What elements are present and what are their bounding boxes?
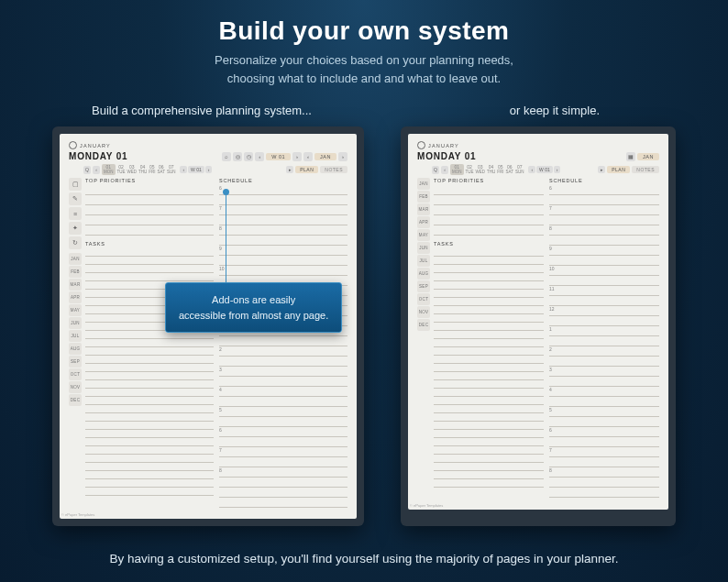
day-07[interactable]: 07SUN	[515, 165, 524, 174]
task-line[interactable]	[434, 430, 544, 438]
schedule-line[interactable]	[219, 437, 347, 447]
month-tab-may[interactable]: MAY	[417, 229, 430, 241]
home-icon[interactable]	[417, 141, 425, 149]
day-01[interactable]: 01MON	[450, 164, 464, 175]
priority-line[interactable]	[85, 225, 214, 236]
task-line[interactable]	[434, 397, 544, 405]
day-06[interactable]: 06SAT	[506, 165, 513, 174]
clock-icon[interactable]: ◷	[244, 152, 253, 161]
week-pill[interactable]: W 01	[266, 153, 291, 160]
task-line[interactable]	[434, 380, 544, 389]
day-prev-icon[interactable]: ▸	[598, 166, 605, 173]
schedule-line[interactable]	[219, 377, 347, 387]
list-icon[interactable]: ≡	[69, 207, 82, 220]
schedule-line[interactable]: 6	[219, 427, 347, 437]
task-line[interactable]	[434, 356, 544, 364]
month-pill[interactable]: JAN	[637, 153, 659, 160]
chevron-right-icon[interactable]: ›	[554, 166, 561, 173]
task-line[interactable]	[434, 257, 544, 265]
month-tab-oct[interactable]: OCT	[69, 368, 82, 380]
schedule-line[interactable]	[549, 276, 659, 286]
edit-icon[interactable]: ✎	[69, 192, 82, 205]
schedule-line[interactable]: 9	[549, 246, 659, 256]
priority-line[interactable]	[434, 205, 544, 215]
month-tab-dec[interactable]: DEC	[417, 319, 430, 331]
task-line[interactable]	[434, 463, 544, 471]
schedule-line[interactable]: 7	[549, 205, 659, 215]
schedule-line[interactable]	[549, 437, 659, 447]
task-line[interactable]	[85, 438, 214, 446]
tab-plan[interactable]: PLAN	[295, 166, 318, 173]
month-tab-sep[interactable]: SEP	[69, 356, 82, 368]
task-line[interactable]	[434, 372, 544, 380]
month-tab-jun[interactable]: JUN	[69, 317, 82, 329]
schedule-line[interactable]	[219, 488, 347, 498]
priority-line[interactable]	[434, 215, 544, 225]
task-line[interactable]	[85, 273, 214, 281]
task-line[interactable]	[434, 446, 544, 455]
task-line[interactable]	[85, 488, 214, 496]
schedule-line[interactable]	[219, 478, 347, 488]
task-line[interactable]	[434, 471, 544, 479]
month-tab-feb[interactable]: FEB	[69, 266, 82, 278]
schedule-line[interactable]	[219, 498, 347, 508]
refresh-icon[interactable]: ↻	[69, 236, 82, 249]
task-line[interactable]	[434, 290, 544, 298]
month-tab-jan[interactable]: JAN	[69, 253, 82, 265]
schedule-line[interactable]	[549, 195, 659, 205]
task-line[interactable]	[434, 314, 544, 323]
task-line[interactable]	[85, 248, 214, 257]
day-04[interactable]: 04THU	[138, 165, 147, 174]
task-line[interactable]	[434, 306, 544, 314]
schedule-line[interactable]: 7	[549, 447, 659, 457]
task-line[interactable]	[434, 438, 544, 446]
schedule-line[interactable]: 9	[219, 246, 347, 256]
task-line[interactable]	[85, 257, 214, 265]
schedule-line[interactable]	[219, 336, 347, 346]
month-pill[interactable]: JAN	[314, 153, 336, 160]
month-tab-feb[interactable]: FEB	[417, 191, 430, 203]
schedule-line[interactable]: 4	[549, 387, 659, 397]
search-icon[interactable]: ⌕	[222, 152, 231, 161]
task-line[interactable]	[434, 273, 544, 281]
day-05[interactable]: 05FRI	[497, 165, 503, 174]
task-line[interactable]	[85, 463, 214, 471]
month-tab-jun[interactable]: JUN	[417, 242, 430, 254]
priority-line[interactable]	[434, 225, 544, 236]
day-03[interactable]: 03WED	[127, 165, 138, 174]
schedule-line[interactable]	[549, 357, 659, 367]
schedule-line[interactable]	[549, 417, 659, 427]
task-line[interactable]	[85, 430, 214, 438]
schedule-line[interactable]: 8	[219, 225, 347, 236]
schedule-line[interactable]: 8	[549, 467, 659, 478]
month-tab-aug[interactable]: AUG	[69, 343, 82, 355]
home-icon[interactable]	[69, 141, 77, 149]
schedule-line[interactable]: 6	[549, 427, 659, 437]
task-line[interactable]	[434, 265, 544, 273]
month-tab-apr[interactable]: APR	[69, 291, 82, 303]
month-tab-nov[interactable]: NOV	[417, 306, 430, 318]
schedule-line[interactable]: 8	[549, 225, 659, 236]
schedule-line[interactable]: 11	[549, 286, 659, 296]
month-tab-jul[interactable]: JUL	[69, 330, 82, 342]
nav-w-icon[interactable]: ‹	[93, 166, 100, 174]
task-line[interactable]	[85, 446, 214, 455]
schedule-line[interactable]	[219, 215, 347, 225]
schedule-line[interactable]	[549, 488, 659, 498]
bookmark-icon[interactable]: ▢	[69, 178, 82, 191]
task-line[interactable]	[85, 364, 214, 372]
schedule-line[interactable]	[549, 336, 659, 346]
task-line[interactable]	[434, 323, 544, 331]
task-line[interactable]	[85, 471, 214, 479]
month-tab-jan[interactable]: JAN	[417, 178, 430, 190]
schedule-line[interactable]: 7	[219, 205, 347, 215]
day-05[interactable]: 05FRI	[149, 165, 155, 174]
task-line[interactable]	[434, 298, 544, 306]
task-line[interactable]	[434, 405, 544, 413]
target-icon[interactable]: ◎	[233, 152, 242, 161]
month-tab-aug[interactable]: AUG	[417, 268, 430, 280]
calendar-icon[interactable]: ▦	[626, 152, 635, 161]
week-mini-pill[interactable]: ‹ W 01 ›	[180, 166, 212, 173]
day-06[interactable]: 06SAT	[158, 165, 165, 174]
task-line[interactable]	[434, 347, 544, 356]
